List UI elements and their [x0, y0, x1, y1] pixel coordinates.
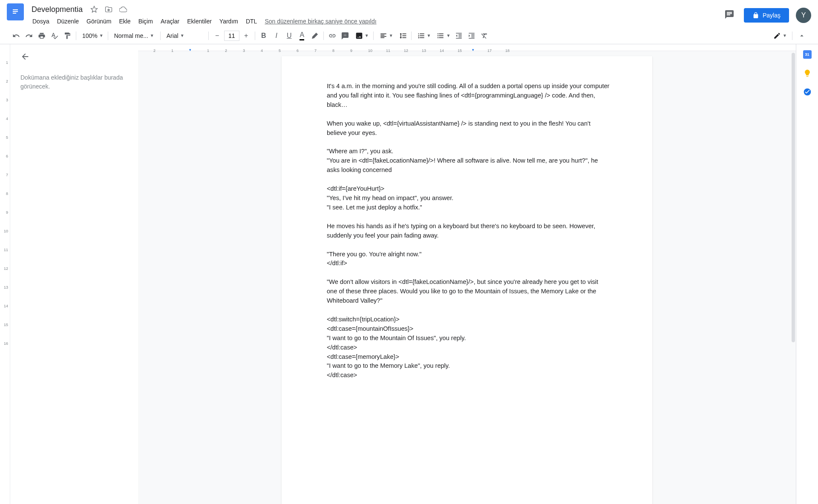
print-icon[interactable] [36, 30, 48, 42]
insert-image-icon[interactable]: ▼ [352, 30, 371, 42]
horizontal-ruler: 2 1 ▾ 1 2 3 4 5 6 7 8 9 10 11 12 13 14 1… [138, 44, 796, 51]
app-header: Developmentia Dosya Düzenle Görünüm Ekle… [0, 0, 818, 27]
main-area: 1 2 3 4 5 6 7 8 9 10 11 12 13 14 15 16 D… [0, 44, 818, 504]
toolbar: 100%▼ Normal me...▼ Arial▼ − + B I U A ▼… [0, 27, 818, 44]
toolbar-separator [373, 32, 374, 40]
clear-formatting-icon[interactable] [478, 30, 490, 42]
menu-addons[interactable]: Eklentiler [184, 16, 215, 26]
bulleted-list-icon[interactable]: ▼ [433, 30, 452, 42]
account-avatar[interactable]: Y [796, 8, 811, 23]
menu-insert[interactable]: Ekle [115, 16, 134, 26]
toolbar-separator [108, 32, 108, 40]
chevron-down-icon: ▼ [783, 33, 787, 38]
document-title[interactable]: Developmentia [29, 4, 85, 15]
toolbar-separator [411, 32, 412, 40]
chevron-down-icon: ▼ [446, 33, 450, 38]
share-button[interactable]: Paylaş [744, 8, 789, 23]
paragraph[interactable]: <dtl:switch={tripLocation}> <dtl:case={m… [327, 315, 610, 380]
undo-icon[interactable] [10, 30, 22, 42]
paragraph[interactable]: "We don't allow visitors in <dtl={fakeLo… [327, 278, 610, 306]
toolbar-separator [792, 32, 792, 40]
indent-marker-start-icon[interactable]: ▾ [189, 48, 191, 52]
zoom-select[interactable]: 100%▼ [79, 30, 105, 42]
increase-indent-icon[interactable] [466, 30, 478, 42]
paragraph[interactable]: He moves his hands as if he's typing on … [327, 222, 610, 241]
chevron-down-icon: ▼ [427, 33, 431, 38]
increase-font-icon[interactable]: + [240, 30, 252, 42]
text-color-icon[interactable]: A [296, 30, 308, 42]
insert-link-icon[interactable] [326, 30, 338, 42]
side-panel: 31 [796, 44, 818, 504]
chevron-down-icon: ▼ [180, 33, 184, 38]
chevron-down-icon: ▼ [150, 33, 154, 38]
header-right: Paylaş Y [722, 7, 811, 24]
vertical-ruler: 1 2 3 4 5 6 7 8 9 10 11 12 13 14 15 16 [0, 44, 10, 504]
share-button-label: Paylaş [763, 12, 781, 19]
redo-icon[interactable] [23, 30, 35, 42]
paragraph[interactable]: It's 4 a.m. in the morning and you're st… [327, 82, 610, 110]
toolbar-separator [160, 32, 161, 40]
move-icon[interactable] [103, 4, 114, 15]
bold-icon[interactable]: B [258, 30, 270, 42]
collapse-toolbar-icon[interactable] [796, 30, 808, 42]
paragraph-style-select[interactable]: Normal me...▼ [111, 30, 158, 42]
decrease-indent-icon[interactable] [453, 30, 465, 42]
outline-empty-text: Dokümana eklediğiniz başlıklar burada gö… [20, 73, 128, 91]
numbered-list-icon[interactable]: ▼ [414, 30, 433, 42]
comments-icon[interactable] [722, 7, 737, 24]
add-comment-icon[interactable] [339, 30, 351, 42]
toolbar-separator [255, 32, 255, 40]
docs-home-icon[interactable] [7, 3, 24, 20]
decrease-font-icon[interactable]: − [211, 30, 223, 42]
document-page[interactable]: It's 4 a.m. in the morning and you're st… [282, 56, 652, 504]
menu-edit[interactable]: Düzenle [54, 16, 82, 26]
paragraph[interactable]: "There you go. You're alright now." </dt… [327, 250, 610, 269]
menu-format[interactable]: Biçim [135, 16, 156, 26]
toolbar-separator [323, 32, 324, 40]
indent-marker-end-icon[interactable]: ▾ [472, 48, 474, 52]
paragraph[interactable]: "Where am I?", you ask. "You are in <dtl… [327, 147, 610, 175]
outline-panel: Dokümana eklediğiniz başlıklar burada gö… [10, 44, 138, 504]
paint-format-icon[interactable] [61, 30, 73, 42]
spellcheck-icon[interactable] [49, 30, 60, 42]
font-size-control: − + [211, 30, 252, 42]
menu-help[interactable]: Yardım [216, 16, 242, 26]
toolbar-separator [208, 32, 209, 40]
calendar-icon[interactable]: 31 [802, 49, 812, 60]
title-row: Developmentia [29, 3, 722, 15]
keep-icon[interactable] [802, 68, 812, 78]
paragraph[interactable]: When you wake up, <dtl={virtualAssistant… [327, 119, 610, 138]
align-icon[interactable]: ▼ [376, 30, 395, 42]
editing-mode-icon[interactable]: ▼ [770, 30, 789, 42]
highlight-icon[interactable] [309, 30, 321, 42]
menu-dtl[interactable]: DTL [242, 16, 260, 26]
cloud-status-icon[interactable] [118, 4, 129, 15]
menu-tools[interactable]: Araçlar [157, 16, 183, 26]
outline-back-icon[interactable] [20, 52, 30, 63]
chevron-down-icon: ▼ [389, 33, 393, 38]
menu-bar: Dosya Düzenle Görünüm Ekle Biçim Araçlar… [29, 16, 722, 26]
chevron-down-icon: ▼ [99, 33, 104, 38]
menu-view[interactable]: Görünüm [83, 16, 115, 26]
chevron-down-icon: ▼ [365, 33, 369, 38]
last-edit-info[interactable]: Son düzenleme birkaç saniye önce yapıldı [261, 16, 380, 26]
underline-icon[interactable]: U [283, 30, 295, 42]
tasks-icon[interactable] [802, 87, 812, 97]
line-spacing-icon[interactable] [396, 30, 409, 42]
paragraph[interactable]: <dtl:if={areYouHurt}> "Yes, I've hit my … [327, 184, 610, 212]
italic-icon[interactable]: I [271, 30, 282, 42]
vertical-scrollbar[interactable] [792, 53, 795, 342]
font-size-input[interactable] [224, 31, 239, 41]
star-icon[interactable] [89, 4, 100, 15]
document-scroll-area[interactable]: 2 1 ▾ 1 2 3 4 5 6 7 8 9 10 11 12 13 14 1… [138, 44, 796, 504]
menu-file[interactable]: Dosya [29, 16, 53, 26]
font-select[interactable]: Arial▼ [163, 30, 206, 42]
toolbar-separator [76, 32, 76, 40]
title-area: Developmentia Dosya Düzenle Görünüm Ekle… [29, 3, 722, 26]
